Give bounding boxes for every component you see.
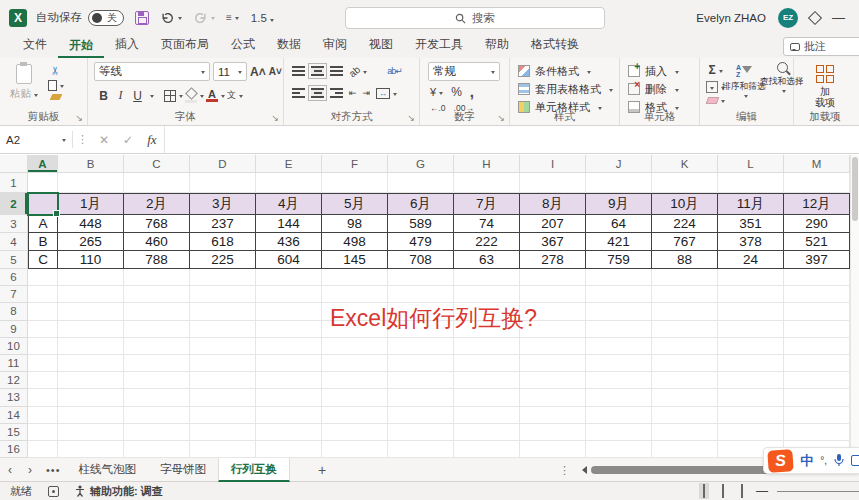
decrease-indent-button[interactable]: ⇤ xyxy=(349,88,357,98)
cell-value[interactable]: 589 xyxy=(388,215,454,233)
cell-empty[interactable] xyxy=(28,424,58,441)
cell-empty[interactable] xyxy=(256,441,322,458)
cell-empty[interactable] xyxy=(58,389,124,406)
cell-empty[interactable] xyxy=(256,303,322,320)
cell-empty[interactable] xyxy=(784,372,850,389)
cell-empty[interactable] xyxy=(388,355,454,372)
cell-empty[interactable] xyxy=(322,355,388,372)
cell-empty[interactable] xyxy=(322,389,388,406)
row-header-13[interactable]: 13 xyxy=(0,389,28,406)
cell-empty[interactable] xyxy=(190,338,256,355)
name-box[interactable]: A2 xyxy=(0,126,72,153)
cell-empty[interactable] xyxy=(718,372,784,389)
cell-empty[interactable] xyxy=(652,407,718,424)
confirm-entry-button[interactable]: ✓ xyxy=(116,133,140,147)
cell-month[interactable]: 1月 xyxy=(58,193,124,215)
cell-value[interactable]: 24 xyxy=(718,251,784,269)
cell-empty[interactable] xyxy=(256,269,322,286)
column-header-J[interactable]: J xyxy=(586,155,652,173)
cell-empty[interactable] xyxy=(652,372,718,389)
cell-value[interactable]: 436 xyxy=(256,233,322,251)
macro-record-icon[interactable] xyxy=(48,486,59,497)
cell-value[interactable]: 224 xyxy=(652,215,718,233)
cell-empty[interactable] xyxy=(190,389,256,406)
insert-cells-button[interactable]: 插入 xyxy=(620,62,699,80)
cell-empty[interactable] xyxy=(124,338,190,355)
cell-empty[interactable] xyxy=(322,372,388,389)
cell-empty[interactable] xyxy=(190,303,256,320)
cell-empty[interactable] xyxy=(322,338,388,355)
cell-empty[interactable] xyxy=(520,173,586,193)
row-header-6[interactable]: 6 xyxy=(0,269,28,286)
column-header-L[interactable]: L xyxy=(718,155,784,173)
cell-month[interactable]: 8月 xyxy=(520,193,586,215)
cell-empty[interactable] xyxy=(190,355,256,372)
all-sheets-button[interactable]: ••• xyxy=(40,464,67,476)
delete-cells-button[interactable]: 删除 xyxy=(620,80,699,98)
cell-empty[interactable] xyxy=(652,173,718,193)
cell-value[interactable]: 145 xyxy=(322,251,388,269)
clipboard-dialog-launcher[interactable]: ↘ xyxy=(75,114,83,123)
cell-empty[interactable] xyxy=(454,389,520,406)
currency-button[interactable]: ¥ xyxy=(430,86,443,98)
cell-empty[interactable] xyxy=(586,303,652,320)
addins-button[interactable]: 加载项 xyxy=(794,62,856,108)
cell-empty[interactable] xyxy=(256,338,322,355)
cell-empty[interactable] xyxy=(388,269,454,286)
cell-empty[interactable] xyxy=(652,321,718,338)
cell-value[interactable]: 768 xyxy=(124,215,190,233)
increase-font-button[interactable]: A˄ xyxy=(250,65,266,79)
cell-empty[interactable] xyxy=(652,424,718,441)
sheet-tab-0[interactable]: 柱线气泡图 xyxy=(67,458,149,482)
save-button[interactable] xyxy=(135,11,149,25)
cell-empty[interactable] xyxy=(58,269,124,286)
cell-empty[interactable] xyxy=(718,389,784,406)
format-painter-button[interactable] xyxy=(48,94,64,100)
vscroll-thumb[interactable] xyxy=(852,157,858,221)
cell-empty[interactable] xyxy=(124,372,190,389)
comments-button[interactable]: 批注 xyxy=(783,37,859,56)
tab-data[interactable]: 数据 xyxy=(266,33,312,58)
cell-series-label[interactable]: B xyxy=(28,233,58,251)
cell-value[interactable]: 479 xyxy=(388,233,454,251)
column-header-B[interactable]: B xyxy=(58,155,124,173)
align-left-button[interactable] xyxy=(292,88,305,98)
column-header-F[interactable]: F xyxy=(322,155,388,173)
cell-empty[interactable] xyxy=(454,269,520,286)
cell-empty[interactable] xyxy=(586,269,652,286)
cell-empty[interactable] xyxy=(388,407,454,424)
row-header-8[interactable]: 8 xyxy=(0,303,28,320)
alignment-dialog-launcher[interactable]: ↘ xyxy=(407,114,415,123)
cell-empty[interactable] xyxy=(388,372,454,389)
tab-view[interactable]: 视图 xyxy=(358,33,404,58)
cell-empty[interactable] xyxy=(28,321,58,338)
number-format-select[interactable]: 常规 xyxy=(428,62,500,81)
cell-empty[interactable] xyxy=(190,321,256,338)
cell-month[interactable]: 12月 xyxy=(784,193,850,215)
bold-button[interactable]: B xyxy=(96,89,111,103)
cell-empty[interactable] xyxy=(256,424,322,441)
cell-empty[interactable] xyxy=(586,372,652,389)
cell-empty[interactable] xyxy=(58,441,124,458)
cell-value[interactable]: 74 xyxy=(454,215,520,233)
cell-empty[interactable] xyxy=(58,355,124,372)
cell-empty[interactable] xyxy=(520,407,586,424)
cell-empty[interactable] xyxy=(388,338,454,355)
cell-empty[interactable] xyxy=(322,424,388,441)
cell-empty[interactable] xyxy=(586,355,652,372)
cell-empty[interactable] xyxy=(388,441,454,458)
cell-empty[interactable] xyxy=(190,407,256,424)
tab-home[interactable]: 开始 xyxy=(58,34,104,59)
formula-input[interactable] xyxy=(164,126,859,153)
row-header-1[interactable]: 1 xyxy=(0,173,28,193)
cell-value[interactable]: 64 xyxy=(586,215,652,233)
cell-empty[interactable] xyxy=(124,303,190,320)
cell-value[interactable]: 708 xyxy=(388,251,454,269)
cell-empty[interactable] xyxy=(586,321,652,338)
cell-empty[interactable] xyxy=(652,441,718,458)
cell-empty[interactable] xyxy=(520,338,586,355)
cell-empty[interactable] xyxy=(28,286,58,303)
font-dialog-launcher[interactable]: ↘ xyxy=(271,114,279,123)
cell-empty[interactable] xyxy=(124,441,190,458)
row-header-10[interactable]: 10 xyxy=(0,338,28,355)
